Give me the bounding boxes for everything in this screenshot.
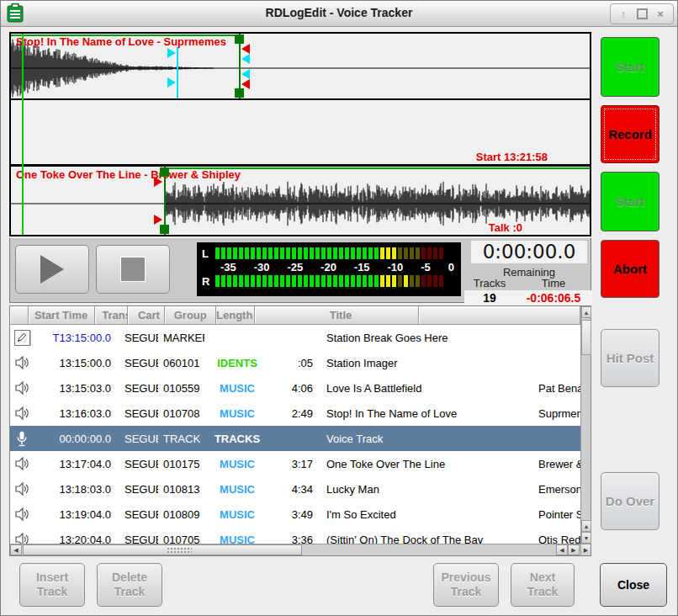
log-row[interactable]: 00:00:00.0SEGUETRACKTRACKSVoice Track [10,426,580,451]
meter-segment [286,247,290,259]
log-header-cart[interactable]: Cart [128,306,165,325]
shade-window-icon[interactable]: ↑ [614,7,633,22]
log-row[interactable]: T13:15:00.0SEGUEMARKERStation Break Goes… [10,325,580,350]
scrollbar-corner[interactable]: ▶ [580,544,591,555]
insert-track-button[interactable]: Insert Track [19,563,85,607]
scroll-right-icon[interactable]: ▶ [568,544,580,555]
log-cell-start: 13:18:03.0 [34,483,118,496]
elapsed-time-display: 0:00:00.0 [471,241,587,263]
end-marker-top[interactable] [241,44,250,54]
scroll-left-icon[interactable]: ◀ [10,544,22,555]
log-row[interactable]: 13:20:04.0SEGUE010705MUSIC3:36(Sittin' O… [10,527,580,544]
hit-post-button[interactable]: Hit Post [601,329,659,387]
end-marker-bottom[interactable] [241,79,250,89]
speaker-icon [15,482,29,496]
talk-start-marker[interactable] [167,48,176,58]
stop-button[interactable] [96,245,170,294]
log-row[interactable]: 13:16:03.0SEGUE010708MUSIC2:49Stop! In T… [10,401,580,426]
meter-scale-tick: -30 [254,260,270,274]
log-cell-cart: 010705 [158,534,204,544]
playback-cursor[interactable] [22,34,24,235]
log-row[interactable]: 13:15:00.0SEGUE060101IDENTS:05Station Im… [10,350,580,375]
start-handle-bottom[interactable] [160,225,169,234]
log-header-trans[interactable]: Trans [95,306,128,325]
meter-segment [257,275,261,287]
log-cell-artist: Pointer Sisters [528,508,580,521]
meter-segment [215,275,220,287]
meter-segment [345,275,349,287]
meter-segment [439,247,443,259]
scroll-up-icon[interactable]: ▲ [581,306,591,318]
log-header-title[interactable]: Title [255,306,420,325]
log-cell-icon [10,533,34,544]
abort-button[interactable]: Abort [601,240,659,298]
meter-segment [380,275,384,287]
fade-marker-top[interactable] [241,54,250,64]
segue-start-handle[interactable] [235,35,244,44]
log-header-blank[interactable] [419,306,580,325]
log-row[interactable]: 13:17:04.0SEGUE010175MUSIC3:17One Toke O… [10,451,580,476]
meter-segment [351,275,355,287]
delete-track-button[interactable]: Delete Track [97,563,162,607]
voice-track-region[interactable]: Start 13:21:58 [11,100,590,167]
meter-segment [221,275,225,287]
log-row[interactable]: 13:15:03.0SEGUE010559MUSIC4:06Love Is A … [10,375,580,401]
log-header-blank[interactable] [10,306,29,325]
meter-segment [304,247,308,259]
meter-scale-tick: 0 [448,260,454,274]
meter-segment [292,275,296,287]
talk-label: Talk :0 [489,221,522,234]
start-marker-arrow-bottom[interactable] [154,215,162,225]
vertical-scroll-thumb[interactable] [581,320,591,355]
scroll-up2-icon[interactable]: ▲ [581,520,591,532]
meter-segment [433,247,437,259]
meter-segment [257,247,261,259]
do-over-button[interactable]: Do Over [601,472,659,530]
meter-segment [221,247,225,259]
log-header-length[interactable]: Length [216,306,255,325]
meter-segment [392,247,396,259]
play-button[interactable] [15,245,89,294]
log-cell-artist: Otis Redding [528,534,580,544]
voice-start-label: Start 13:21:58 [476,151,548,163]
log-cell-start: 13:16:03.0 [34,407,118,420]
close-button[interactable]: Close [600,563,667,607]
log-row[interactable]: 13:18:03.0SEGUE010813MUSIC4:34Lucky ManE… [10,476,580,502]
meter-segment [245,275,249,287]
start-marker-arrow-top[interactable] [154,177,162,187]
scroll-left2-icon[interactable]: ◀ [556,544,568,555]
start-handle-top[interactable] [160,167,169,177]
close-window-icon[interactable]: × [651,7,670,22]
speaker-icon [15,507,29,521]
meter-segment [333,247,337,259]
log-row[interactable]: 13:19:04.0SEGUE010809MUSIC3:49I'm So Exc… [10,502,580,527]
log-header-group[interactable]: Group [165,306,216,325]
start-track2-button[interactable]: Start [601,172,659,231]
fade-marker-bottom[interactable] [241,69,250,79]
log-cell-icon [10,482,34,496]
next-track-button[interactable]: Next Track [511,563,575,607]
log-header-start-time[interactable]: Start Time [29,306,95,325]
marker-note-icon [14,330,30,346]
scroll-down-icon[interactable]: ▼ [581,532,591,544]
previous-track-button[interactable]: Previous Track [433,563,499,607]
meter-right-label: R [202,275,215,288]
horizontal-scrollbar[interactable]: ◀ ◀ ▶ [10,544,580,555]
vertical-scrollbar[interactable]: ▲ ▲ ▼ [580,306,591,544]
meter-segment [433,275,437,287]
previous-track-waveform[interactable]: Stop! In The Name of Love - Suprmemes [11,34,590,100]
meter-segment [245,247,249,259]
meter-segment [268,275,273,287]
meter-scale-tick: -20 [320,260,336,274]
log-cell-title: Lucky Man [318,483,528,496]
start-track1-button[interactable]: Start [601,37,659,97]
horizontal-scroll-thumb[interactable] [23,544,302,555]
segue-end-handle[interactable] [235,88,244,98]
record-button[interactable]: Record [601,105,659,163]
maximize-window-icon[interactable] [633,7,651,22]
meter-segment [227,275,231,287]
talk-end-marker[interactable] [167,77,176,88]
meter-segment [304,275,308,287]
next-track-waveform[interactable]: One Toke Over The Line - Brewer & Shiple… [11,167,590,235]
log-cell-icon [10,431,34,447]
